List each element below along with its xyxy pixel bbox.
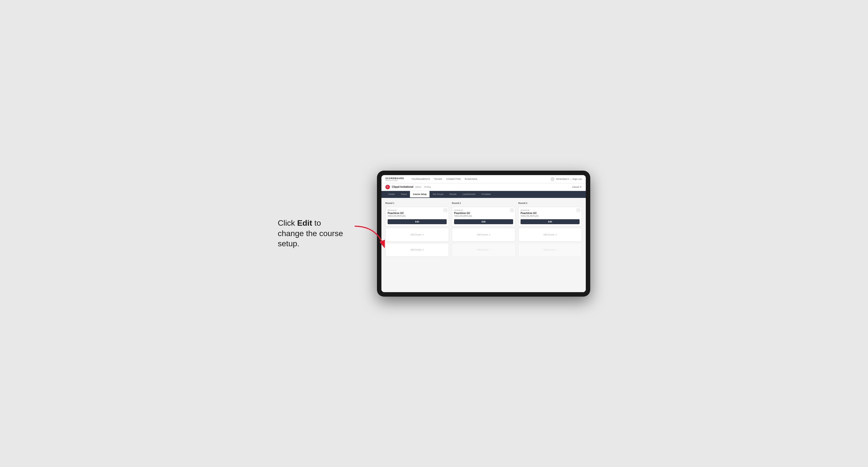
add-course-text-r2-2: Add Course + — [477, 234, 491, 236]
tab-tee-groups[interactable]: Tee Groups — [430, 191, 446, 198]
add-course-label-r1-3: Add Course — [410, 249, 422, 251]
tab-details[interactable]: Details — [385, 191, 398, 198]
c-logo-icon: C — [385, 185, 390, 189]
course-label-r2: (Course A) — [454, 209, 513, 211]
course-card-r2: ☐ (Course A) Peachtree GC Yellow (M) (66… — [452, 207, 515, 226]
add-course-label-r2-3: Add Course — [477, 249, 488, 251]
user-avatar — [551, 177, 555, 181]
add-course-card-r3-2[interactable]: Add Course + — [518, 228, 582, 242]
sign-out-link[interactable]: Sign out — [572, 178, 582, 180]
plus-icon-r2-3: + — [489, 249, 491, 251]
nav-rankings[interactable]: RANKINGS — [465, 178, 477, 180]
tournament-bar: C Clippd Invitational (Men) Hosting Canc… — [381, 183, 586, 191]
nav-tournaments[interactable]: TOURNAMENTS — [411, 178, 430, 180]
rounds-grid: Round 1 ☐ (Course A) Peachtree GC Yellow… — [385, 202, 582, 257]
instruction-text: Click Edit to change the course setup. — [278, 218, 347, 249]
round-2-column: Round 2 ☐ (Course A) Peachtree GC Yellow… — [452, 202, 515, 257]
add-course-label-r3-2: Add Course — [544, 234, 555, 236]
cancel-button[interactable]: Cancel ✕ — [572, 186, 582, 188]
add-course-card-r3-3: Add Course + — [518, 243, 582, 257]
arrow-indicator — [352, 209, 382, 258]
bold-edit: Edit — [297, 218, 312, 227]
course-name-r2: Peachtree GC — [454, 212, 513, 215]
tab-printables[interactable]: Printables — [478, 191, 494, 198]
main-content: Round 1 ☐ (Course A) Peachtree GC Yellow… — [381, 198, 586, 292]
round-1-title: Round 1 — [385, 202, 449, 205]
add-course-label-r1-2: Add Course — [410, 234, 422, 236]
delete-icon-r2[interactable]: ☐ — [510, 209, 514, 212]
top-nav: SCOREBOARD Powered by clippd TOURNAMENTS… — [381, 175, 586, 183]
course-label-r1: (Course A) — [388, 209, 447, 211]
tab-course-setup[interactable]: Course Setup — [410, 191, 430, 198]
plus-icon-r3-3: + — [556, 249, 557, 251]
tab-bar: Details Teams Course Setup Tee Groups Re… — [381, 191, 586, 198]
tab-leaderboards[interactable]: Leaderboards — [460, 191, 478, 198]
plus-icon-r3-2: + — [556, 234, 557, 236]
nav-right: blair@clippd.io | Sign out — [551, 177, 582, 181]
round-2-title: Round 2 — [452, 202, 515, 205]
add-course-card-r2-2[interactable]: Add Course + — [452, 228, 515, 242]
course-card-r3: ☐ (Course A) Peachtree GC Yellow (M) (66… — [518, 207, 582, 226]
tournament-name: Clippd Invitational — [392, 186, 413, 188]
add-course-text-r1-3: Add Course + — [410, 249, 424, 251]
plus-icon-r1-3: + — [423, 249, 424, 251]
add-course-label-r3-3: Add Course — [544, 249, 555, 251]
course-card-r1: ☐ (Course A) Peachtree GC Yellow (M) (66… — [385, 207, 449, 226]
logo-text: SCOREBOARD — [385, 177, 404, 180]
tab-results[interactable]: Results — [446, 191, 459, 198]
tablet-screen: SCOREBOARD Powered by clippd TOURNAMENTS… — [381, 175, 586, 292]
cancel-x-icon: ✕ — [580, 186, 582, 188]
course-label-r3: (Course A) — [521, 209, 580, 211]
edit-button-r1[interactable]: Edit — [388, 219, 447, 224]
add-course-text-r3-3: Add Course + — [544, 249, 557, 251]
add-course-card-r1-3[interactable]: Add Course + — [385, 243, 449, 257]
pipe-separator: | — [571, 178, 571, 180]
add-course-text-r3-2: Add Course + — [544, 234, 557, 236]
nav-links: TOURNAMENTS TEAMS COMMITTEE RANKINGS — [411, 178, 546, 180]
course-details-r3: Yellow (M) (6629 yds) — [521, 215, 580, 217]
logo-subtext: Powered by clippd — [385, 180, 404, 181]
course-details-r1: Yellow (M) (6629 yds) — [388, 215, 447, 217]
edit-button-r2[interactable]: Edit — [454, 219, 513, 224]
add-course-label-r2-2: Add Course — [477, 234, 488, 236]
user-email: blair@clippd.io — [556, 178, 569, 180]
tournament-gender: (Men) — [415, 186, 421, 188]
tournament-info: C Clippd Invitational (Men) Hosting — [385, 185, 431, 189]
hosting-badge: Hosting — [424, 186, 431, 188]
add-course-text-r2-3: Add Course + — [477, 249, 491, 251]
logo-area: SCOREBOARD Powered by clippd — [385, 177, 404, 181]
add-course-text-r1-2: Add Course + — [410, 234, 424, 236]
round-3-column: Round 3 ☐ (Course A) Peachtree GC Yellow… — [518, 202, 582, 257]
tablet-device: SCOREBOARD Powered by clippd TOURNAMENTS… — [377, 170, 590, 297]
nav-teams[interactable]: TEAMS — [434, 178, 442, 180]
add-course-card-r1-2[interactable]: Add Course + — [385, 228, 449, 242]
plus-icon-r1-2: + — [423, 234, 424, 236]
tab-teams[interactable]: Teams — [398, 191, 410, 198]
plus-icon-r2-2: + — [489, 234, 491, 236]
delete-icon-r1[interactable]: ☐ — [444, 209, 447, 212]
course-details-r2: Yellow (M) (6629 yds) — [454, 215, 513, 217]
course-name-r1: Peachtree GC — [388, 212, 447, 215]
course-name-r3: Peachtree GC — [521, 212, 580, 215]
nav-committee[interactable]: COMMITTEE — [446, 178, 461, 180]
round-1-column: Round 1 ☐ (Course A) Peachtree GC Yellow… — [385, 202, 449, 257]
delete-icon-r3[interactable]: ☐ — [577, 209, 580, 212]
add-course-card-r2-3: Add Course + — [452, 243, 515, 257]
edit-button-r3[interactable]: Edit — [521, 219, 580, 224]
round-3-title: Round 3 — [518, 202, 582, 205]
cancel-label: Cancel — [572, 186, 579, 188]
